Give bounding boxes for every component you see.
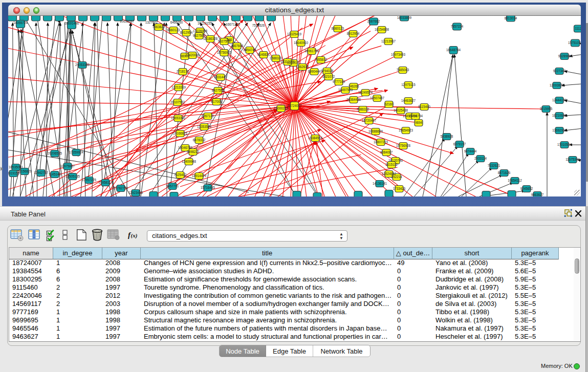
svg-text:10654112: 10654112 [508, 179, 522, 182]
svg-text:98903: 98903 [180, 54, 189, 58]
svg-text:14055724: 14055724 [13, 21, 28, 25]
svg-text:6379197: 6379197 [453, 142, 466, 146]
svg-text:5621072: 5621072 [322, 75, 335, 78]
svg-text:19166825: 19166825 [173, 132, 188, 135]
svg-text:16671355: 16671355 [226, 23, 241, 26]
svg-text:10719155: 10719155 [198, 21, 212, 25]
svg-text:16782759: 16782759 [114, 186, 128, 190]
svg-text:18186328: 18186328 [203, 37, 218, 40]
svg-text:8912954: 8912954 [347, 32, 360, 35]
svg-text:16210643: 16210643 [552, 114, 567, 117]
svg-text:7485063: 7485063 [397, 68, 409, 72]
svg-text:9457791: 9457791 [166, 184, 179, 188]
svg-text:7955812: 7955812 [315, 58, 328, 61]
svg-text:9084067: 9084067 [380, 150, 393, 154]
svg-text:16961758: 16961758 [304, 49, 319, 53]
svg-text:8912954: 8912954 [180, 31, 193, 34]
svg-text:1362635: 1362635 [296, 65, 309, 69]
svg-text:10507487: 10507487 [370, 96, 385, 100]
svg-text:18640910: 18640910 [294, 41, 309, 45]
svg-text:20691406: 20691406 [64, 21, 79, 25]
svg-text:12942737: 12942737 [34, 171, 49, 174]
svg-text:9777169: 9777169 [333, 80, 345, 83]
svg-text:10973493: 10973493 [391, 53, 406, 56]
svg-text:20107552: 20107552 [170, 100, 185, 104]
svg-text:7663822: 7663822 [153, 25, 165, 29]
svg-text:19654923: 19654923 [399, 128, 413, 132]
svg-text:6466160: 6466160 [170, 20, 183, 24]
svg-text:8031440: 8031440 [214, 75, 227, 79]
svg-text:14463627: 14463627 [401, 99, 416, 102]
svg-text:15720407: 15720407 [362, 119, 377, 122]
svg-text:9115460: 9115460 [418, 105, 431, 108]
svg-text:17957225: 17957225 [82, 178, 97, 182]
svg-text:8427552: 8427552 [212, 89, 225, 92]
svg-text:11675342: 11675342 [565, 158, 580, 161]
svg-text:16648784: 16648784 [446, 48, 461, 52]
svg-text:17359924: 17359924 [69, 150, 84, 154]
svg-text:1733426: 1733426 [393, 187, 406, 190]
svg-text:8660123: 8660123 [167, 28, 180, 32]
svg-text:2867608: 2867608 [231, 44, 244, 48]
svg-text:19384554: 19384554 [308, 136, 323, 140]
svg-text:12213369: 12213369 [171, 85, 186, 89]
svg-text:18535051: 18535051 [9, 165, 24, 169]
svg-text:5498222: 5498222 [187, 150, 200, 154]
svg-text:16120746: 16120746 [388, 159, 403, 162]
svg-text:18756985: 18756985 [217, 51, 232, 54]
svg-text:8660123: 8660123 [332, 27, 344, 30]
svg-text:2718176: 2718176 [177, 70, 189, 73]
svg-text:13692911: 13692911 [552, 128, 567, 132]
svg-text:10025438: 10025438 [394, 108, 408, 112]
svg-text:19756928: 19756928 [396, 144, 411, 147]
svg-text:9146821: 9146821 [257, 53, 270, 56]
svg-text:12156829: 12156829 [17, 169, 32, 173]
svg-text:3215955: 3215955 [540, 107, 553, 111]
svg-text:12093872: 12093872 [550, 83, 564, 87]
svg-text:13353594: 13353594 [197, 125, 212, 128]
svg-text:12409948: 12409948 [182, 160, 197, 163]
svg-text:8454749: 8454749 [244, 48, 256, 52]
svg-text:9327509: 9327509 [218, 39, 231, 43]
svg-text:17010504: 17010504 [557, 143, 572, 146]
svg-text:18807219: 18807219 [374, 140, 388, 144]
svg-text:14914479: 14914479 [192, 174, 207, 178]
svg-text:10975887: 10975887 [60, 164, 75, 168]
svg-text:(x): (x) [131, 232, 138, 239]
svg-text:1112: 1112 [575, 27, 581, 30]
svg-text:1327602: 1327602 [145, 20, 158, 24]
svg-text:9227343: 9227343 [553, 69, 566, 73]
svg-text:1615112: 1615112 [385, 163, 398, 166]
svg-text:16497503: 16497503 [338, 88, 353, 92]
svg-text:9463627: 9463627 [531, 193, 544, 196]
svg-text:817006: 817006 [211, 100, 222, 103]
svg-text:19653392: 19653392 [171, 116, 186, 120]
svg-text:7986322: 7986322 [357, 107, 369, 111]
svg-text:9328986: 9328986 [558, 54, 571, 58]
svg-text:10046788: 10046788 [178, 146, 193, 149]
svg-text:18724007: 18724007 [287, 104, 302, 107]
svg-text:7857224: 7857224 [451, 25, 464, 28]
svg-text:23000215: 23000215 [274, 106, 289, 110]
svg-text:15716485: 15716485 [201, 186, 215, 189]
svg-text:12975115: 12975115 [401, 83, 416, 86]
svg-text:29053346: 29053346 [75, 63, 90, 67]
svg-text:16154808: 16154808 [375, 28, 389, 31]
svg-text:7625402: 7625402 [174, 173, 187, 177]
svg-text:2687662: 2687662 [367, 19, 380, 23]
svg-text:8471626: 8471626 [498, 171, 511, 174]
svg-text:16033809: 16033809 [397, 16, 412, 19]
svg-text:62160: 62160 [384, 102, 394, 106]
svg-text:9794028: 9794028 [321, 69, 334, 73]
svg-text:9474444: 9474444 [464, 149, 477, 153]
svg-text:8267130: 8267130 [202, 114, 214, 118]
svg-text:7515526: 7515526 [252, 24, 265, 27]
svg-text:14136141: 14136141 [373, 182, 387, 185]
svg-text:12444199: 12444199 [552, 98, 567, 102]
svg-text:2933114: 2933114 [474, 157, 487, 160]
svg-text:10958117: 10958117 [98, 181, 113, 184]
svg-text:252214: 252214 [391, 175, 402, 179]
svg-text:6878332: 6878332 [193, 138, 206, 142]
svg-text:15751074: 15751074 [568, 41, 581, 45]
svg-text:8990444: 8990444 [308, 70, 321, 73]
